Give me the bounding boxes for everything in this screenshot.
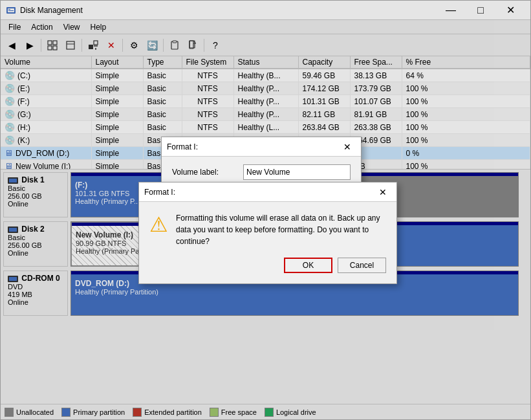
- confirm-dialog-title: Format I:: [144, 188, 374, 197]
- format-dialog-back-close[interactable]: ✕: [339, 140, 356, 154]
- volume-label-input[interactable]: [243, 164, 351, 180]
- volume-label-label: Volume label:: [172, 168, 243, 177]
- confirm-dialog-titlebar: Format I: ✕: [139, 182, 396, 202]
- confirm-dialog-close[interactable]: ✕: [374, 185, 391, 199]
- confirm-message: Formatting this volume will erase all da…: [176, 212, 386, 247]
- confirm-dialog: Format I: ✕ ⚠ Formatting this volume wil…: [138, 182, 397, 284]
- format-dialog-back-title: Format I:: [167, 142, 339, 151]
- confirm-dialog-body: ⚠ Formatting this volume will erase all …: [139, 202, 396, 283]
- format-dialog-back-titlebar: Format I: ✕: [162, 137, 361, 157]
- ok-button[interactable]: OK: [284, 258, 332, 273]
- confirm-content: ⚠ Formatting this volume will erase all …: [149, 212, 386, 247]
- cancel-button[interactable]: Cancel: [338, 258, 386, 273]
- main-window: Disk Management — □ ✕ File Action View H…: [0, 0, 531, 420]
- confirm-buttons: OK Cancel: [149, 258, 386, 273]
- warning-icon: ⚠: [149, 212, 168, 237]
- volume-label-row: Volume label:: [172, 164, 351, 180]
